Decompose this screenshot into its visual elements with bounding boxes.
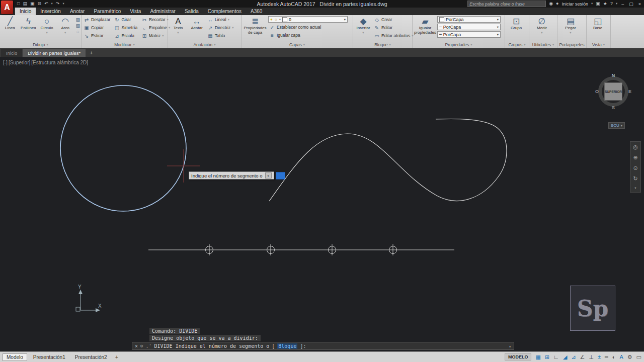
command-prompt[interactable]: DIVIDE Indique el número de segmento o	[154, 343, 270, 349]
new-drawing-tab-button[interactable]: +	[86, 50, 96, 56]
help-search-input[interactable]	[467, 1, 546, 7]
qat-menu-icon[interactable]: ▾	[62, 2, 64, 6]
file-tab-inicio[interactable]: Inicio	[1, 49, 22, 57]
panel-bloque-footer[interactable]: Bloque ▾	[353, 42, 412, 48]
save-icon[interactable]: ▣	[30, 2, 35, 6]
acotar-button[interactable]: ↔ Acotar	[188, 16, 206, 31]
model-space-badge[interactable]: MODELO	[505, 353, 532, 360]
viewcube[interactable]: N S E O SUPERIOR	[595, 73, 632, 110]
navbar-more-icon[interactable]: ▾	[634, 186, 636, 190]
polilinea-button[interactable]: ϟ Polilínea	[20, 16, 38, 31]
snap-toggle-icon[interactable]: ⊞	[545, 354, 549, 360]
lineal-dropdown-icon[interactable]: ▾	[228, 18, 229, 22]
panel-vista-footer[interactable]: Vista ▾	[587, 42, 610, 48]
open-file-icon[interactable]: ▤	[23, 2, 27, 6]
med​ir-button[interactable]: ∅ Medir ▾	[530, 16, 553, 34]
signin-dropdown-icon[interactable]: ▾	[591, 2, 593, 6]
zoom-icon[interactable]: ⊙	[633, 165, 637, 171]
directriz-dropdown-icon[interactable]: ▾	[232, 26, 233, 30]
close-button[interactable]: ×	[637, 2, 642, 7]
redo-icon[interactable]: ↷	[56, 2, 60, 6]
pan-icon[interactable]: ⊕	[633, 154, 637, 161]
insertar-dropdown-icon[interactable]: ▾	[362, 31, 364, 34]
ducs-toggle-icon[interactable]: ⊥	[589, 354, 594, 360]
texto-button[interactable]: A Texto ▾	[169, 16, 187, 34]
minimize-button[interactable]: –	[620, 2, 625, 7]
layout2-tab[interactable]: Presentación2	[71, 354, 111, 360]
view-control[interactable]: [Superior]	[9, 60, 30, 65]
new-layout-button[interactable]: +	[113, 354, 120, 360]
directriz-button[interactable]: ↗ Directriz ▾	[206, 24, 238, 32]
command-line[interactable]: × ⚙ .' DIVIDE Indique el número de segme…	[132, 342, 514, 350]
otrack-toggle-icon[interactable]: ∠	[580, 354, 585, 360]
isolate-objects-icon[interactable]: ◐	[612, 354, 616, 360]
scu-button[interactable]: SCU ▾	[608, 122, 625, 129]
tab-complementos[interactable]: Complementos	[203, 8, 246, 15]
signin-button[interactable]: Iniciar sesión	[562, 2, 589, 7]
tab-administrar[interactable]: Administrar	[145, 8, 180, 15]
editar-button[interactable]: ✎ Editar	[373, 24, 410, 32]
spline-entity[interactable]	[269, 119, 507, 201]
layer-dropdown[interactable]: ● ☼ ▪ 0 ▾	[268, 16, 348, 23]
tab-parametrico[interactable]: Paramétrico	[89, 8, 125, 15]
panel-dibujo-footer[interactable]: Dibujo ▾	[0, 42, 81, 48]
circulo-button[interactable]: ○ Círculo ▾	[38, 16, 56, 34]
app-store-icon[interactable]: ▣	[596, 2, 600, 6]
base-button[interactable]: ◱ Base	[588, 16, 608, 31]
recent-commands-icon[interactable]: .'	[145, 343, 151, 349]
drawing-geometry[interactable]: Y X	[0, 57, 644, 351]
visual-style-control[interactable]: [Estructura alámbrica 2D]	[31, 60, 88, 65]
escala-button[interactable]: ⊿ Escala	[113, 32, 140, 40]
viewcube-top-face[interactable]: SUPERIOR	[604, 82, 622, 101]
lineal-button[interactable]: ↔ Lineal ▾	[206, 16, 238, 24]
simetria-button[interactable]: ◫ Simetría	[113, 24, 140, 32]
pegar-button[interactable]: ▤ Pegar ▾	[558, 16, 583, 34]
grupo-button[interactable]: ⊡ Grupo	[506, 16, 526, 31]
circle-entity[interactable]	[60, 85, 186, 211]
igualar-capa-button[interactable]: ≡ Igualar capa	[268, 31, 348, 39]
customization-gear-icon[interactable]: ⚙	[627, 354, 632, 360]
insertar-button[interactable]: ◆ Insertar ▾	[354, 16, 372, 34]
texto-dropdown-icon[interactable]: ▾	[177, 31, 179, 34]
propiedades-de-capa-button[interactable]: ≣ Propiedades de capa	[243, 16, 268, 35]
estirar-button[interactable]: ↘ Estirar	[83, 32, 112, 40]
empalme-button[interactable]: ◟ Empalme ▾	[140, 24, 167, 32]
linea-button[interactable]: ╱ Línea	[1, 16, 19, 31]
segment-count-input[interactable]	[276, 172, 285, 179]
panel-grupos-footer[interactable]: Grupos ▾	[505, 42, 529, 48]
tab-vista[interactable]: Vista	[125, 8, 145, 15]
recortar-button[interactable]: ✂ Recortar ▾	[140, 16, 167, 24]
desplazar-button[interactable]: ⇄ Desplazar	[83, 16, 112, 24]
tab-a360[interactable]: A360	[246, 8, 267, 15]
command-close-icon[interactable]: ×	[135, 343, 138, 349]
linetype-dropdown-icon[interactable]: ▾	[497, 25, 499, 29]
file-tab-active-drawing[interactable]: Dividir en partes iguales*	[23, 49, 86, 57]
application-menu-button[interactable]: A	[1, 1, 13, 14]
medir-dropdown-icon[interactable]: ▾	[541, 31, 542, 34]
navigation-wheel-icon[interactable]: ◎	[633, 144, 638, 150]
drawing-area[interactable]: Y X [-] [Superior] [Estructura alámbrica…	[0, 57, 644, 351]
establecer-como-actual-button[interactable]: ✓ Establecer como actual	[268, 23, 348, 31]
gradient-icon[interactable]: ▧	[76, 23, 80, 28]
tab-anotar[interactable]: Anotar	[65, 8, 89, 15]
matriz-button[interactable]: ⊞ Matriz ▾	[140, 32, 167, 40]
viewport-menu-control[interactable]: [-]	[3, 60, 8, 65]
viewcube-south[interactable]: S	[612, 105, 615, 110]
pegar-dropdown-icon[interactable]: ▾	[570, 31, 571, 34]
help-dropdown-icon[interactable]: ▾	[616, 2, 617, 6]
ortho-toggle-icon[interactable]: ∟	[553, 354, 559, 360]
undo-dropdown-icon[interactable]: ▾	[51, 2, 53, 6]
viewcube-east[interactable]: E	[628, 89, 631, 94]
option-bloque[interactable]: Bloque	[277, 343, 297, 349]
color-dropdown-icon[interactable]: ▾	[497, 18, 499, 22]
new-file-icon[interactable]: □	[17, 2, 20, 6]
arco-button[interactable]: ◠ Arco ▾	[56, 16, 74, 34]
igualar-propiedades-button[interactable]: ▰ Igualar propiedades	[414, 16, 437, 35]
viewcube-west[interactable]: O	[595, 89, 599, 94]
editar-atributos-button[interactable]: ▭ Editar atributos ▾	[373, 32, 410, 40]
layout1-tab[interactable]: Presentación1	[30, 354, 69, 360]
panel-capas-footer[interactable]: Capas ▾	[242, 42, 353, 48]
tab-insercion[interactable]: Inserción	[36, 8, 65, 15]
panel-anotacion-footer[interactable]: Anotación ▾	[168, 42, 241, 48]
circulo-dropdown-icon[interactable]: ▾	[46, 31, 47, 34]
